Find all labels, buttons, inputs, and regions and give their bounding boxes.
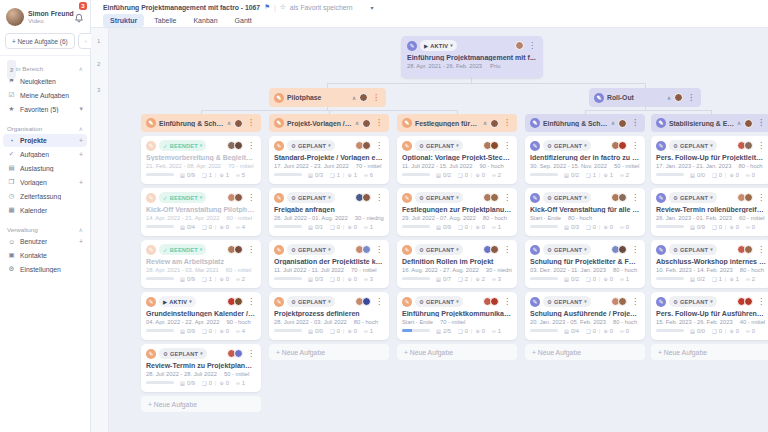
- kebab-menu-icon[interactable]: ⋮: [756, 142, 766, 150]
- subphase-header[interactable]: ✎ Einführung & Schulung ∧ ⋮: [525, 114, 645, 132]
- view-tab[interactable]: Gantt: [228, 14, 259, 27]
- subphase-header[interactable]: ✎ Stabilisierung & Evalu... ∧ ⋮: [651, 114, 768, 132]
- kebab-menu-icon[interactable]: ⋮: [246, 350, 256, 358]
- kebab-menu-icon[interactable]: ⋮: [686, 94, 696, 102]
- favorite-label[interactable]: als Favorit speichern: [290, 4, 353, 11]
- subphase-header[interactable]: ✎ Festlegungen fürs Pro... ∧ ⋮: [397, 114, 517, 132]
- sidebar-item[interactable]: ✓ Aufgaben +: [0, 147, 90, 161]
- task-card[interactable]: ✎ ⚙GEPLANT▾ ⋮ Optional: Vorlage Projekt-…: [397, 136, 517, 184]
- kebab-menu-icon[interactable]: ⋮: [374, 246, 384, 254]
- task-card[interactable]: ✎ ⚙GEPLANT▾ ⋮ Schulung für Projektleiter…: [525, 240, 645, 288]
- kebab-menu-icon[interactable]: ⋮: [630, 119, 640, 127]
- bell-icon[interactable]: [74, 7, 84, 27]
- kebab-menu-icon[interactable]: ⋮: [502, 142, 512, 150]
- new-task-button[interactable]: + Neue Aufgabe: [651, 344, 768, 360]
- sidebar-item[interactable]: ⚑ Neuigkeiten 2: [0, 74, 90, 88]
- kebab-menu-icon[interactable]: ⋮: [630, 298, 640, 306]
- status-chip[interactable]: ⚙GEPLANT▾: [543, 296, 591, 307]
- phase-pill-pilotphase[interactable]: ✎ Pilotphase ∧ ⋮: [269, 88, 386, 107]
- sidebar-item-trailing[interactable]: +: [79, 137, 83, 144]
- sidebar-item[interactable]: ◷ Zeiterfassung: [0, 189, 90, 203]
- status-chip[interactable]: ✓BEENDET▾: [159, 244, 206, 255]
- favorite-star-icon[interactable]: ☆: [280, 3, 286, 11]
- collapse-icon[interactable]: ∧: [227, 120, 231, 126]
- kebab-menu-icon[interactable]: ⋮: [374, 142, 384, 150]
- kebab-menu-icon[interactable]: ⋮: [630, 142, 640, 150]
- status-chip[interactable]: ⚙GEPLANT▾: [543, 192, 591, 203]
- task-card[interactable]: ✎ ⚙GEPLANT▾ ⋮ Einführung Projektkommunik…: [397, 292, 517, 340]
- task-card[interactable]: ✎ ⚙GEPLANT▾ ⋮ Kick-Off Veranstaltung für…: [525, 188, 645, 236]
- kebab-menu-icon[interactable]: ⋮: [371, 94, 381, 102]
- sidebar-item[interactable]: ⚙ Einstellungen: [0, 262, 90, 276]
- kebab-menu-icon[interactable]: ⋮: [756, 298, 766, 306]
- task-card[interactable]: ✎ ⚙GEPLANT▾ ⋮ Schulung Ausführende / Pro…: [525, 292, 645, 340]
- kebab-menu-icon[interactable]: ⋮: [756, 119, 766, 127]
- kebab-menu-icon[interactable]: ⋮: [246, 142, 256, 150]
- new-task-button[interactable]: + Neue Aufgabe: [141, 396, 261, 412]
- sidebar-item[interactable]: ▦ Kalender: [0, 203, 90, 217]
- status-chip[interactable]: ⚙GEPLANT▾: [669, 192, 717, 203]
- kebab-menu-icon[interactable]: ⋮: [502, 119, 512, 127]
- task-card[interactable]: ✎ ⚙GEPLANT▾ ⋮ Pers. Follow-Up für Ausfüh…: [651, 292, 768, 340]
- collapse-icon[interactable]: ∧: [737, 120, 741, 126]
- kebab-menu-icon[interactable]: ⋮: [502, 298, 512, 306]
- task-card[interactable]: ✎ ⚙GEPLANT▾ ⋮ Freigabe anfragen 26. Juli…: [269, 188, 389, 236]
- task-card[interactable]: ✎ ⚙GEPLANT▾ ⋮ Review-Termin rollenübergr…: [651, 188, 768, 236]
- subphase-header[interactable]: ✎ Einführung & Schulun... ∧ ⋮: [141, 114, 261, 132]
- sidebar-item[interactable]: ☑ Meine Aufgaben: [0, 88, 90, 102]
- collapse-icon[interactable]: ∧: [352, 95, 356, 101]
- kebab-menu-icon[interactable]: ⋮: [374, 119, 384, 127]
- task-card[interactable]: ✎ ⚙GEPLANT▾ ⋮ Definition Rollen im Proje…: [397, 240, 517, 288]
- kebab-menu-icon[interactable]: ⋮: [374, 298, 384, 306]
- task-card[interactable]: ✎ ⚙GEPLANT▾ ⋮ Identifizierung der in fac…: [525, 136, 645, 184]
- sidebar-item[interactable]: ★ Favoriten (5) ▾: [0, 102, 90, 116]
- status-chip[interactable]: ⚙GEPLANT▾: [415, 192, 463, 203]
- task-card[interactable]: ✎ ✓BEENDET▾ ⋮ Review am Arbeitsplatz 28.…: [141, 240, 261, 288]
- task-card[interactable]: ✎ ⚙GEPLANT▾ ⋮ Pers. Follow-Up für Projek…: [651, 136, 768, 184]
- status-chip[interactable]: ⚙GEPLANT▾: [415, 140, 463, 151]
- status-chip[interactable]: ⚙GEPLANT▾: [669, 140, 717, 151]
- kebab-menu-icon[interactable]: ⋮: [630, 194, 640, 202]
- section-header[interactable]: Verwaltung ∧: [0, 224, 90, 235]
- root-project-card[interactable]: ✎ ▶ AKTIV ▾ ⋮ Einführung Projektmanageme…: [401, 36, 543, 78]
- kebab-menu-icon[interactable]: ⋮: [756, 246, 766, 254]
- status-chip[interactable]: ⚙GEPLANT▾: [287, 192, 335, 203]
- phase-pill-roll-out[interactable]: ✎ Roll-Out ∧ ⋮: [589, 88, 701, 107]
- sidebar-item-trailing[interactable]: +: [79, 238, 83, 245]
- collapse-icon[interactable]: ∧: [611, 120, 615, 126]
- bookmark-icon[interactable]: ⚑: [264, 3, 270, 11]
- status-chip[interactable]: ⚙GEPLANT▾: [669, 244, 717, 255]
- status-chip[interactable]: ▶ AKTIV ▾: [420, 40, 457, 51]
- view-tab[interactable]: Kanban: [186, 14, 224, 27]
- kebab-menu-icon[interactable]: ⋮: [630, 246, 640, 254]
- section-header[interactable]: Organisation ∧: [0, 123, 90, 134]
- sidebar-item-trailing[interactable]: +: [79, 179, 83, 186]
- kebab-menu-icon[interactable]: ⋮: [246, 246, 256, 254]
- kebab-menu-icon[interactable]: ⋮: [246, 194, 256, 202]
- user-row[interactable]: Simon Freund Video: [0, 5, 90, 31]
- status-chip[interactable]: ⚙GEPLANT▾: [287, 244, 335, 255]
- view-tab[interactable]: Struktur: [103, 14, 144, 27]
- sidebar-item-trailing[interactable]: +: [79, 151, 83, 158]
- kebab-menu-icon[interactable]: ⋮: [527, 42, 537, 50]
- new-task-button[interactable]: + Neue Aufgabe: [269, 344, 389, 360]
- task-card[interactable]: ✎ ▶AKTIV▾ ⋮ Grundeinstellungen Kalender …: [141, 292, 261, 340]
- new-task-button[interactable]: + Neue Aufgabe: [525, 344, 645, 360]
- task-card[interactable]: ✎ ⚙GEPLANT▾ ⋮ Organisation der Projektli…: [269, 240, 389, 288]
- status-chip[interactable]: ⚙GEPLANT▾: [543, 140, 591, 151]
- status-chip[interactable]: ⚙GEPLANT▾: [287, 140, 335, 151]
- status-chip[interactable]: ✓BEENDET▾: [159, 140, 206, 151]
- kebab-menu-icon[interactable]: ⋮: [246, 298, 256, 306]
- sidebar-item-trailing[interactable]: ▾: [80, 105, 83, 113]
- task-card[interactable]: ✎ ⚙GEPLANT▾ ⋮ Standard-Projekte / Vorlag…: [269, 136, 389, 184]
- collapse-icon[interactable]: ∧: [483, 120, 487, 126]
- status-chip[interactable]: ⚙GEPLANT▾: [287, 296, 335, 307]
- kebab-menu-icon[interactable]: ⋮: [374, 194, 384, 202]
- status-chip[interactable]: ⚙GEPLANT▾: [543, 244, 591, 255]
- kebab-menu-icon[interactable]: ⋮: [246, 119, 256, 127]
- collapse-icon[interactable]: ∧: [355, 120, 359, 126]
- new-task-button[interactable]: + Neue Aufgabe (6): [5, 33, 75, 49]
- new-task-button[interactable]: + Neue Aufgabe: [397, 344, 517, 360]
- sidebar-item[interactable]: ❐ Vorlagen +: [0, 175, 90, 189]
- task-card[interactable]: ✎ ⚙GEPLANT▾ ⋮ Projektprozess definieren …: [269, 292, 389, 340]
